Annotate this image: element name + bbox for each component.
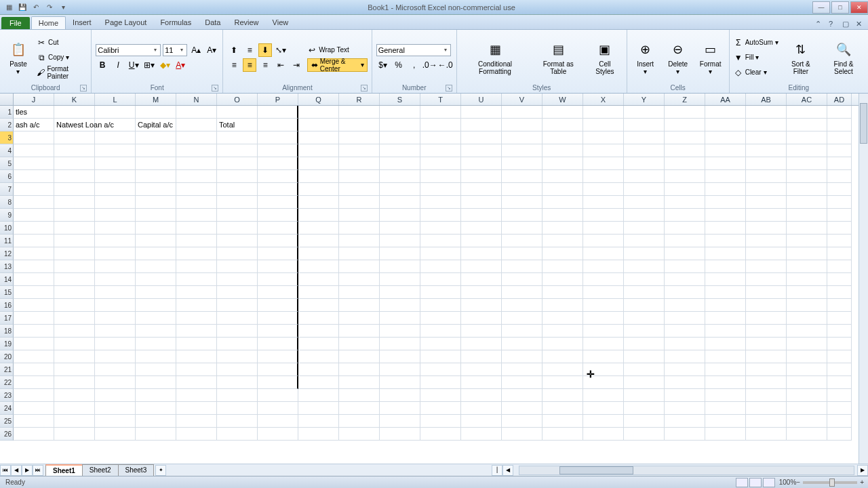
cell-W8[interactable] (542, 196, 583, 209)
cell-AD20[interactable] (827, 350, 852, 363)
cell-O1[interactable] (217, 106, 258, 119)
cell-Y3[interactable] (624, 131, 665, 144)
cell-V10[interactable] (502, 222, 542, 235)
column-header-O[interactable]: O (217, 94, 258, 105)
cell-W25[interactable] (542, 415, 583, 428)
cell-O10[interactable] (217, 222, 258, 235)
cell-Z20[interactable] (665, 350, 705, 363)
cell-R10[interactable] (339, 222, 380, 235)
cell-L16[interactable] (95, 299, 136, 312)
cell-V25[interactable] (502, 415, 542, 428)
cell-L18[interactable] (95, 325, 136, 338)
orientation-button[interactable]: ⤡▾ (274, 43, 288, 57)
cell-U19[interactable] (461, 338, 502, 350)
cell-R6[interactable] (339, 170, 380, 183)
cell-Q20[interactable] (298, 350, 339, 363)
cell-AB24[interactable] (746, 402, 787, 415)
cell-AC17[interactable] (787, 312, 827, 325)
tab-review[interactable]: Review (227, 16, 265, 29)
cell-R20[interactable] (339, 350, 380, 363)
cell-U7[interactable] (461, 183, 502, 196)
cell-U1[interactable] (461, 106, 502, 119)
tab-view[interactable]: View (266, 16, 296, 29)
cell-R15[interactable] (339, 286, 380, 299)
cell-N9[interactable] (176, 209, 217, 222)
cell-J1[interactable]: tles (14, 106, 54, 119)
cell-W9[interactable] (542, 209, 583, 222)
cell-Q25[interactable] (298, 415, 339, 428)
cell-N15[interactable] (176, 286, 217, 299)
cell-V20[interactable] (502, 350, 542, 363)
cell-AB20[interactable] (746, 350, 787, 363)
cell-Z9[interactable] (665, 209, 705, 222)
cell-S24[interactable] (380, 402, 420, 415)
cell-O20[interactable] (217, 350, 258, 363)
increase-indent-button[interactable]: ⇥ (290, 58, 303, 72)
cell-N20[interactable] (176, 350, 217, 363)
cell-S25[interactable] (380, 415, 420, 428)
cell-M6[interactable] (136, 170, 176, 183)
cell-K5[interactable] (54, 157, 95, 170)
cell-AB25[interactable] (746, 415, 787, 428)
cell-AA20[interactable] (705, 350, 746, 363)
cell-J7[interactable] (14, 183, 54, 196)
border-button[interactable]: ⊞▾ (142, 58, 156, 72)
alignment-launcher-icon[interactable]: ↘ (361, 85, 368, 92)
cell-Z21[interactable] (665, 363, 705, 376)
cell-O14[interactable] (217, 273, 258, 286)
bold-button[interactable]: B (96, 58, 109, 72)
cell-X17[interactable] (583, 312, 624, 325)
cell-T10[interactable] (420, 222, 461, 235)
cell-U18[interactable] (461, 325, 502, 338)
cell-AC11[interactable] (787, 235, 827, 247)
cell-Y12[interactable] (624, 247, 665, 260)
cell-Y15[interactable] (624, 286, 665, 299)
cell-M17[interactable] (136, 312, 176, 325)
cell-R22[interactable] (339, 376, 380, 389)
cell-V11[interactable] (502, 235, 542, 247)
cell-O13[interactable] (217, 260, 258, 273)
cell-S20[interactable] (380, 350, 420, 363)
tab-page-layout[interactable]: Page Layout (98, 16, 154, 29)
cell-X20[interactable] (583, 350, 624, 363)
font-name-combo[interactable]: Calibri▾ (96, 44, 161, 56)
row-header-20[interactable]: 20 (0, 350, 14, 363)
cell-W1[interactable] (542, 106, 583, 119)
window-restore-icon[interactable]: ▢ (842, 20, 852, 29)
cell-Q1[interactable] (298, 106, 339, 119)
delete-cells-button[interactable]: ⊖Delete▾ (664, 39, 692, 77)
cell-Z11[interactable] (665, 235, 705, 247)
row-header-6[interactable]: 6 (0, 170, 14, 183)
cell-R24[interactable] (339, 402, 380, 415)
column-header-Q[interactable]: Q (298, 94, 339, 105)
cell-L3[interactable] (95, 131, 136, 144)
cell-W18[interactable] (542, 325, 583, 338)
cell-K26[interactable] (54, 428, 95, 441)
cell-T20[interactable] (420, 350, 461, 363)
cell-AB17[interactable] (746, 312, 787, 325)
cell-M5[interactable] (136, 157, 176, 170)
cell-M15[interactable] (136, 286, 176, 299)
cell-AA15[interactable] (705, 286, 746, 299)
cell-Z7[interactable] (665, 183, 705, 196)
align-center-button[interactable]: ≡ (243, 58, 256, 72)
cell-V21[interactable] (502, 363, 542, 376)
cell-J19[interactable] (14, 338, 54, 350)
cell-J10[interactable] (14, 222, 54, 235)
cell-X5[interactable] (583, 157, 624, 170)
cell-AD14[interactable] (827, 273, 852, 286)
cell-Z1[interactable] (665, 106, 705, 119)
cell-AC7[interactable] (787, 183, 827, 196)
cell-AD4[interactable] (827, 144, 852, 157)
cell-AC9[interactable] (787, 209, 827, 222)
cell-Y18[interactable] (624, 325, 665, 338)
cell-AA1[interactable] (705, 106, 746, 119)
cell-AD11[interactable] (827, 235, 852, 247)
cell-Q13[interactable] (298, 260, 339, 273)
cell-AB9[interactable] (746, 209, 787, 222)
cell-Z10[interactable] (665, 222, 705, 235)
cell-R12[interactable] (339, 247, 380, 260)
cell-T8[interactable] (420, 196, 461, 209)
cell-U10[interactable] (461, 222, 502, 235)
cell-Y8[interactable] (624, 196, 665, 209)
